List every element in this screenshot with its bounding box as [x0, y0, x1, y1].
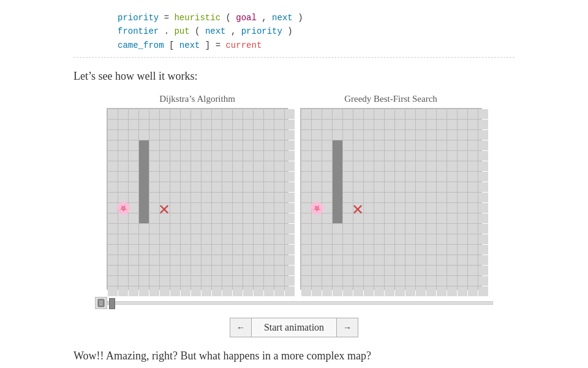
grid-cell	[212, 224, 222, 234]
grid-cell	[353, 203, 363, 213]
grid-cell	[191, 213, 201, 223]
grid-cell	[301, 286, 311, 296]
grid-cell	[478, 172, 488, 182]
grid-cell	[274, 109, 284, 119]
grid-cell	[129, 140, 138, 150]
grid-cell	[333, 224, 342, 234]
grid-cell	[343, 130, 353, 140]
grid-cell	[181, 213, 190, 223]
grid-cell	[191, 109, 201, 119]
code-kw-priority: priority	[118, 13, 159, 23]
grid-cell	[285, 109, 295, 119]
page: priority = heuristic ( goal , next ) fro…	[0, 0, 588, 368]
prev-button[interactable]: ←	[230, 318, 252, 337]
grid-cell	[254, 224, 263, 234]
grid-cell	[353, 109, 363, 119]
grid-cell	[458, 276, 467, 286]
grid-cell	[364, 213, 374, 223]
grid-cell	[233, 234, 243, 244]
grid-cell	[447, 276, 457, 286]
grid-cell	[364, 255, 374, 265]
grid-cell	[312, 109, 322, 119]
grid-cell	[108, 276, 118, 286]
grid-cell	[160, 109, 170, 119]
grid-cell	[139, 234, 149, 244]
grid-cell	[333, 151, 342, 161]
grid-cell	[405, 193, 415, 202]
grid-cell	[364, 109, 374, 119]
grid-cell	[170, 172, 180, 182]
grid-cell	[353, 276, 363, 286]
grid-cell	[374, 182, 384, 192]
start-animation-button[interactable]: Start animation	[252, 318, 336, 337]
grid-cell	[170, 140, 180, 150]
grid-cell	[254, 161, 263, 171]
grid-cell	[426, 266, 436, 275]
grid-cell	[264, 213, 274, 223]
grid-cell	[353, 224, 363, 234]
grid-cell	[264, 109, 274, 119]
grid-cell	[264, 266, 274, 275]
grid-cell	[426, 286, 436, 296]
grid-cell	[312, 130, 322, 140]
grid-cell	[129, 193, 138, 202]
grid-cell	[160, 182, 170, 192]
grid-cell	[108, 140, 118, 150]
grid-cell	[202, 161, 211, 171]
grid-cell	[264, 130, 274, 140]
grid-cell	[170, 213, 180, 223]
grid-cell	[243, 120, 253, 129]
grid-cell	[274, 255, 284, 265]
grid-cell	[139, 245, 149, 255]
grid-cell	[301, 182, 311, 192]
grid-cell	[395, 140, 405, 150]
grid-cell	[170, 276, 180, 286]
slider-track[interactable]	[107, 301, 493, 305]
grid-cell	[322, 120, 332, 129]
grid-cell	[447, 234, 457, 244]
grid-cell	[333, 203, 342, 213]
grid-cell	[181, 266, 190, 275]
grid-cell	[437, 286, 447, 296]
grid-cell	[129, 130, 138, 140]
grid-cell	[170, 109, 180, 119]
grid-cell	[129, 286, 138, 296]
grid-cell	[374, 255, 384, 265]
grid-cell	[264, 276, 274, 286]
grid-cell	[129, 234, 138, 244]
grid-cell	[426, 182, 436, 192]
grid-cell	[254, 255, 263, 265]
grid-cell	[243, 161, 253, 171]
grid-cell	[191, 266, 201, 275]
grid-cell	[212, 286, 222, 296]
greedy-cell-grid	[301, 109, 482, 290]
grid-cell	[416, 286, 426, 296]
grid-cell	[149, 182, 159, 192]
grid-cell	[385, 109, 394, 119]
code-kw-put: put	[174, 26, 189, 36]
code-kw-frontier: frontier	[118, 26, 159, 36]
grid-cell	[160, 130, 170, 140]
grid-cell	[160, 120, 170, 129]
code-kw-next1: next	[272, 13, 293, 23]
grid-cell	[212, 120, 222, 129]
slider-thumb[interactable]	[109, 298, 115, 309]
grid-cell	[478, 276, 488, 286]
grid-cell	[160, 266, 170, 275]
grid-cell	[129, 161, 138, 171]
grid-cell	[437, 255, 447, 265]
grid-cell	[212, 193, 222, 202]
grid-cell	[458, 224, 467, 234]
grid-cell	[181, 172, 190, 182]
grid-cell	[385, 193, 394, 202]
grid-cell	[212, 255, 222, 265]
grid-cell	[139, 286, 149, 296]
grid-cell	[364, 140, 374, 150]
grid-cell	[322, 130, 332, 140]
grid-cell	[149, 266, 159, 275]
grid-cell	[426, 193, 436, 202]
next-button[interactable]: →	[336, 318, 358, 337]
code-kw-goal: goal	[236, 13, 257, 23]
grid-cell	[405, 266, 415, 275]
code-kw-heuristic: heuristic	[174, 13, 221, 23]
